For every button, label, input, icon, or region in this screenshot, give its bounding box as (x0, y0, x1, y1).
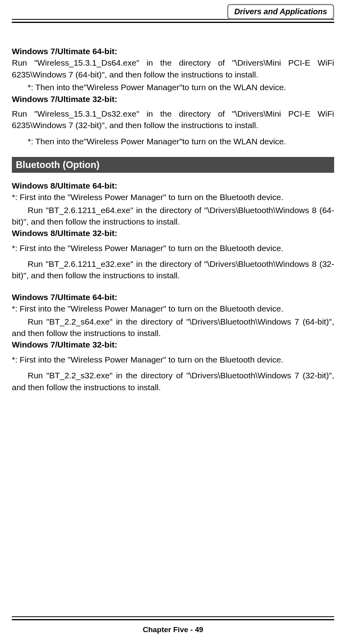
footer-divider (12, 616, 334, 620)
bt-win7-32-note: *: First into the "Wireless Power Manage… (12, 354, 334, 365)
bt-win8-64-heading: Windows 8/Ultimate 64-bit: (12, 180, 334, 191)
win7-64-note: *: Then into the"Wireless Power Manager"… (12, 81, 334, 93)
footer-text: Chapter Five - 49 (0, 625, 346, 634)
bt-win8-32-body: Run "BT_2.6.1211_e32.exe" in the directo… (12, 258, 334, 281)
bt-win7-64-body: Run "BT_2.2_s64.exe" in the directory of… (12, 316, 334, 339)
bt-win8-32-heading: Windows 8/Ultimate 32-bit: (12, 227, 334, 239)
bt-win7-64-note: *: First into the "Wireless Power Manage… (12, 303, 334, 314)
win7-32-body: Run "Wireless_15.3.1_Ds32.exe" in the di… (12, 108, 334, 131)
bt-win8-64-body: Run "BT_2.6.1211_e64.exe" in the directo… (12, 204, 334, 228)
header-title: Drivers and Applications (234, 7, 327, 16)
bt-win8-32-note: *: First into the "Wireless Power Manage… (12, 242, 334, 254)
header-title-box: Drivers and Applications (227, 4, 334, 19)
bluetooth-section-header: Bluetooth (Option) (12, 157, 334, 173)
bt-win8-64-note: *: First into the "Wireless Power Manage… (12, 191, 334, 203)
win7-64-body: Run "Wireless_15.3.1_Ds64.exe" in the di… (12, 57, 334, 80)
win7-32-note: *: Then into the"Wireless Power Manager"… (12, 136, 334, 147)
win7-32-heading: Windows 7/Ultimate 32-bit: (12, 93, 334, 105)
bt-win7-32-heading: Windows 7/Ultimate 32-bit: (12, 339, 334, 350)
bt-win7-64-heading: Windows 7/Ultimate 64-bit: (12, 291, 334, 303)
header-divider (12, 19, 334, 23)
main-content: Windows 7/Ultimate 64-bit: Run "Wireless… (12, 45, 334, 393)
bt-win7-32-body: Run "BT_2.2_s32.exe" in the directory of… (12, 370, 334, 393)
win7-64-heading: Windows 7/Ultimate 64-bit: (12, 45, 334, 57)
